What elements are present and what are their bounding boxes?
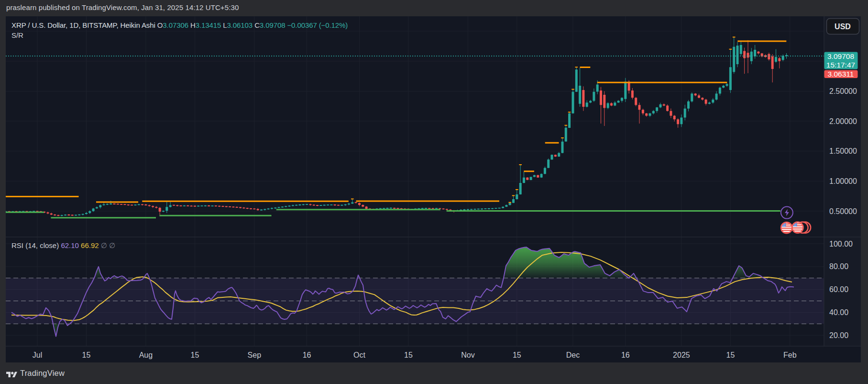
svg-text:0.50000: 0.50000 [829, 207, 857, 215]
svg-text:RSI (14, close) 62.10 66.92: RSI (14, close) 62.10 66.92 ∅ ∅ [11, 241, 115, 249]
svg-text:Aug: Aug [139, 351, 153, 359]
svg-text:3.06311: 3.06311 [828, 70, 854, 78]
svg-text:40.00: 40.00 [829, 308, 848, 316]
svg-text:2.50000: 2.50000 [829, 87, 857, 95]
svg-text:2025: 2025 [673, 351, 690, 359]
svg-text:S/R: S/R [11, 31, 23, 39]
svg-text:60.00: 60.00 [829, 285, 848, 294]
svg-text:3.09708: 3.09708 [827, 52, 854, 60]
svg-text:16: 16 [621, 351, 630, 359]
svg-text:20.00: 20.00 [829, 331, 848, 339]
svg-text:80.00: 80.00 [829, 262, 848, 271]
svg-text:15: 15 [82, 351, 91, 359]
svg-text:1.00000: 1.00000 [829, 177, 857, 185]
svg-text:1.50000: 1.50000 [829, 147, 857, 155]
svg-text:Dec: Dec [566, 351, 580, 359]
svg-text:Nov: Nov [461, 351, 474, 359]
svg-text:2.00000: 2.00000 [829, 117, 857, 125]
svg-text:15: 15 [726, 351, 735, 359]
svg-text:Sep: Sep [248, 351, 262, 359]
svg-text:Feb: Feb [783, 351, 797, 359]
svg-text:15: 15 [513, 351, 521, 359]
svg-text:XRP / U.S. Dollar, 1D, BITSTAM: XRP / U.S. Dollar, 1D, BITSTAMP, Heikin … [11, 21, 348, 29]
svg-text:Jul: Jul [33, 351, 42, 359]
svg-text:15: 15 [404, 351, 413, 359]
svg-text:Oct: Oct [353, 351, 365, 359]
svg-text:15:17:47: 15:17:47 [826, 61, 855, 69]
svg-text:USD: USD [835, 23, 851, 31]
svg-text:16: 16 [303, 351, 311, 359]
svg-text:15: 15 [191, 351, 199, 359]
svg-text:100.00: 100.00 [829, 240, 853, 248]
